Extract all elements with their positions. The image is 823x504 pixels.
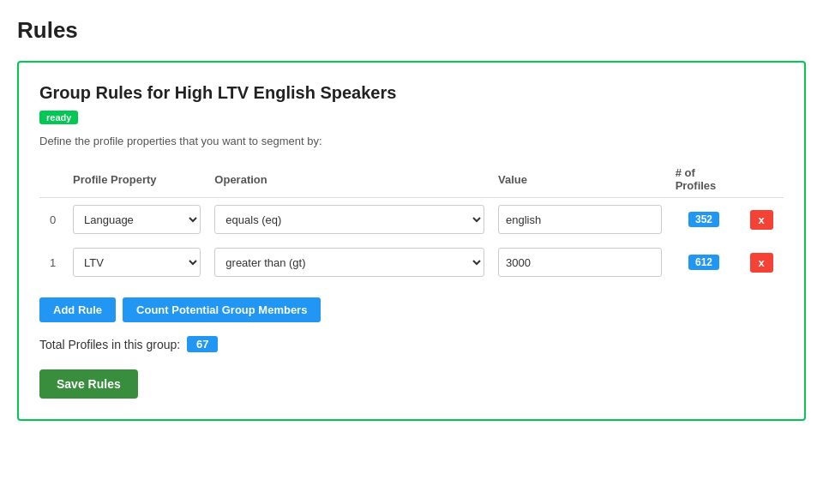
total-label: Total Profiles in this group: — [39, 338, 180, 351]
card-title: Group Rules for High LTV English Speaker… — [39, 83, 784, 103]
property-select[interactable]: LanguageLTVCountryAge — [73, 248, 201, 277]
add-rule-button[interactable]: Add Rule — [39, 297, 116, 322]
col-header-index — [39, 161, 66, 198]
operation-select[interactable]: equals (eq)not equals (neq)greater than … — [214, 248, 484, 277]
total-count-badge: 67 — [187, 336, 218, 352]
value-input[interactable] — [498, 205, 662, 234]
col-header-action — [739, 161, 784, 198]
card-description: Define the profile properties that you w… — [39, 135, 784, 147]
table-row: 1LanguageLTVCountryAgeequals (eq)not equ… — [39, 241, 784, 284]
value-input[interactable] — [498, 248, 662, 277]
row-index: 1 — [39, 241, 66, 284]
col-header-property: Profile Property — [66, 161, 207, 198]
rules-table: Profile Property Operation Value # of Pr… — [39, 161, 784, 284]
delete-rule-button[interactable]: x — [750, 253, 773, 273]
delete-rule-button[interactable]: x — [750, 210, 773, 230]
rules-card: Group Rules for High LTV English Speaker… — [17, 61, 806, 421]
total-row: Total Profiles in this group: 67 — [39, 336, 784, 352]
col-header-operation: Operation — [207, 161, 491, 198]
profiles-count-badge: 352 — [688, 212, 719, 227]
table-row: 0LanguageLTVCountryAgeequals (eq)not equ… — [39, 198, 784, 242]
row-index: 0 — [39, 198, 66, 242]
page-title: Rules — [17, 17, 806, 44]
col-header-profiles: # of Profiles — [669, 161, 740, 198]
col-header-value: Value — [491, 161, 669, 198]
save-rules-button[interactable]: Save Rules — [39, 369, 138, 399]
actions-row: Add Rule Count Potential Group Members — [39, 297, 784, 322]
status-badge: ready — [39, 111, 78, 124]
property-select[interactable]: LanguageLTVCountryAge — [73, 205, 201, 234]
count-members-button[interactable]: Count Potential Group Members — [123, 297, 321, 322]
profiles-count-badge: 612 — [688, 255, 719, 270]
operation-select[interactable]: equals (eq)not equals (neq)greater than … — [214, 205, 484, 234]
